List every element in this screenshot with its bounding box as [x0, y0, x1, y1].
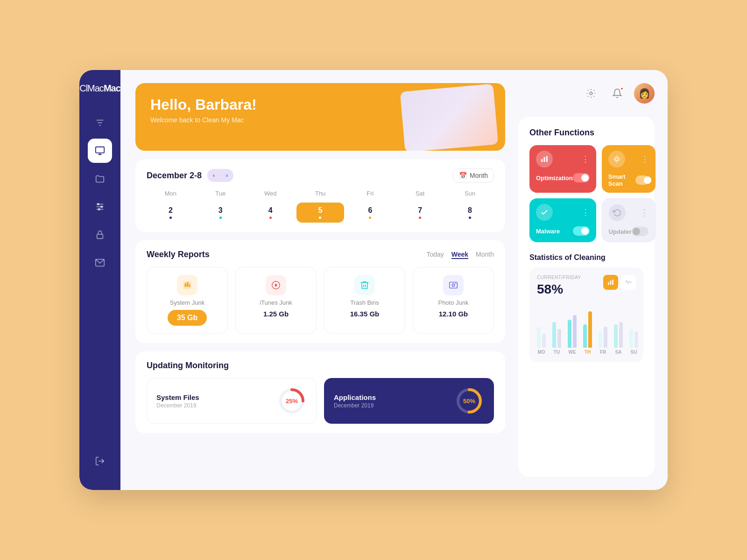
- function-optimization[interactable]: ⋮ Optimization: [529, 145, 596, 193]
- month-button[interactable]: 📅 Month: [453, 168, 494, 182]
- applications-progress: 50%: [454, 386, 484, 416]
- svg-rect-34: [612, 280, 613, 285]
- report-system-junk[interactable]: System Junk 35 Gb: [147, 267, 228, 334]
- notification-badge: [620, 87, 624, 91]
- tab-month[interactable]: Month: [476, 251, 494, 259]
- sidebar-item-mail[interactable]: [88, 251, 112, 275]
- sidebar-item-folder[interactable]: [88, 167, 112, 191]
- svg-rect-16: [185, 283, 187, 287]
- optimization-menu[interactable]: ⋮: [581, 154, 590, 164]
- sidebar-item-lock[interactable]: [88, 223, 112, 247]
- calendar-nav: ‹ ›: [207, 169, 233, 182]
- updater-toggle[interactable]: [632, 227, 648, 236]
- function-smart-scan[interactable]: ⋮ Smart Scan: [602, 145, 655, 193]
- svg-rect-29: [544, 157, 545, 162]
- optimization-toggle[interactable]: [573, 173, 590, 182]
- monitor-applications[interactable]: Applications December 2019 50%: [324, 378, 494, 424]
- svg-point-7: [98, 203, 99, 205]
- day-5[interactable]: 5: [296, 203, 345, 223]
- trash-bins-icon: [354, 275, 375, 295]
- calendar-range: December 2-8: [147, 171, 202, 181]
- prev-arrow[interactable]: ‹: [207, 169, 220, 182]
- updater-icon: [609, 204, 626, 221]
- day-3-dot: [219, 217, 222, 219]
- right-card: Other Functions ⋮ Optimization: [518, 117, 655, 477]
- svg-point-21: [452, 284, 455, 287]
- svg-rect-30: [546, 156, 548, 162]
- trash-bins-label: Trash Bins: [350, 299, 379, 306]
- monitoring-section: Updating Monitoring System Files Decembe…: [135, 351, 505, 433]
- calendar-section: December 2-8 ‹ › 📅 Month Mon Tue Wed Thu…: [135, 159, 505, 232]
- reports-section: Weekly Reports Today Week Month: [135, 240, 505, 343]
- smart-scan-menu[interactable]: ⋮: [641, 154, 649, 164]
- malware-toggle[interactable]: [573, 226, 590, 236]
- reports-grid: System Junk 35 Gb iTunes Junk 1.25 Gb: [147, 267, 494, 334]
- day-4-dot: [269, 217, 272, 219]
- sidebar-item-logout[interactable]: [88, 449, 112, 473]
- svg-rect-32: [608, 282, 609, 285]
- next-arrow[interactable]: ›: [220, 169, 233, 182]
- calendar-icon: 📅: [459, 172, 467, 179]
- system-files-progress: 25%: [277, 386, 307, 416]
- day-label-fri: Fri: [346, 190, 394, 201]
- avatar[interactable]: 👩: [634, 83, 655, 104]
- hero-laptop-image: [400, 84, 499, 151]
- trash-bins-value: 16.35 Gb: [350, 310, 380, 318]
- svg-point-22: [455, 283, 456, 284]
- updater-menu[interactable]: ⋮: [640, 208, 648, 218]
- itunes-junk-value: 1.25 Gb: [263, 310, 289, 318]
- statistics-section: Statistics of Cleaning CURRENT/FRIDAY 58…: [529, 253, 643, 362]
- smart-scan-toggle[interactable]: [635, 175, 649, 185]
- reports-title: Weekly Reports: [147, 250, 210, 259]
- stats-bar-icon[interactable]: [603, 275, 618, 290]
- day-label-sun: Sun: [446, 190, 494, 201]
- itunes-junk-icon: [266, 275, 286, 295]
- applications-label: Applications: [334, 393, 376, 401]
- day-2[interactable]: 2: [147, 203, 195, 223]
- stats-wave-icon[interactable]: [621, 275, 636, 290]
- malware-menu[interactable]: ⋮: [581, 207, 590, 217]
- smart-scan-icon: [608, 151, 625, 168]
- sidebar-item-monitor[interactable]: [88, 139, 112, 163]
- malware-icon: [536, 204, 553, 221]
- day-7[interactable]: 7: [396, 203, 444, 223]
- day-7-dot: [419, 217, 421, 219]
- bell-icon[interactable]: [608, 84, 627, 103]
- svg-rect-12: [97, 234, 103, 238]
- monitor-system-files[interactable]: System Files December 2019 25%: [147, 378, 317, 424]
- settings-icon[interactable]: [582, 84, 600, 103]
- day-6-dot: [369, 217, 371, 219]
- system-files-label: System Files: [156, 393, 199, 401]
- day-6[interactable]: 6: [346, 203, 394, 223]
- day-3[interactable]: 3: [197, 203, 245, 223]
- right-panel: 👩 Other Functions ⋮: [518, 70, 668, 490]
- statistics-title: Statistics of Cleaning: [529, 253, 643, 262]
- app-logo: ClMacMac: [79, 83, 120, 94]
- sidebar-item-sliders[interactable]: [88, 195, 112, 219]
- report-trash-bins[interactable]: Trash Bins 16.35 Gb: [324, 267, 405, 334]
- day-8[interactable]: 8: [446, 203, 494, 223]
- sidebar-item-filter[interactable]: [88, 111, 112, 135]
- function-updater[interactable]: ⋮ Updater: [602, 198, 655, 242]
- photo-junk-value: 12.10 Gb: [439, 310, 468, 318]
- system-junk-value: 35 Gb: [168, 310, 207, 326]
- day-label-mon: Mon: [147, 190, 195, 201]
- applications-date: December 2019: [334, 402, 376, 409]
- main-content: Hello, Barbara! Welcome back to Clean My…: [120, 70, 518, 490]
- day-label-wed: Wed: [247, 190, 295, 201]
- stats-percent: 58%: [537, 282, 581, 297]
- current-period-label: CURRENT/FRIDAY: [537, 275, 581, 280]
- report-itunes-junk[interactable]: iTunes Junk 1.25 Gb: [235, 267, 317, 334]
- day-4[interactable]: 4: [247, 203, 295, 223]
- report-photo-junk[interactable]: Photo Junk 12.10 Gb: [413, 267, 494, 334]
- function-malware[interactable]: ⋮ Malware: [529, 198, 596, 242]
- itunes-junk-label: iTunes Junk: [260, 299, 292, 306]
- svg-point-11: [98, 209, 100, 210]
- svg-rect-20: [450, 282, 458, 288]
- tab-today[interactable]: Today: [426, 251, 444, 259]
- optimization-icon: [536, 151, 553, 168]
- monitoring-grid: System Files December 2019 25% Applicati…: [147, 378, 494, 424]
- malware-label: Malware: [536, 228, 560, 235]
- tab-week[interactable]: Week: [451, 251, 468, 259]
- day-label-sat: Sat: [396, 190, 444, 201]
